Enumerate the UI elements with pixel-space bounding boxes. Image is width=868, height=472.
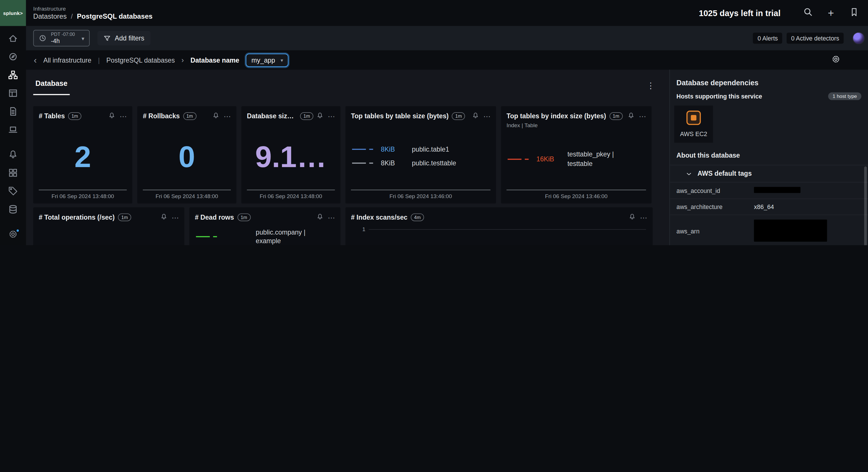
alert-bell-icon[interactable] <box>628 111 634 121</box>
alert-bell-icon[interactable] <box>108 111 115 121</box>
tag-key: aws_architecture <box>677 204 754 210</box>
add-filters-button[interactable]: Add filters <box>98 31 151 45</box>
chevron-right-icon: › <box>181 56 184 64</box>
cards-grid: # Tables1m ⋯ 2 Fri 06 Sep 2024 13:48:00 … <box>33 106 670 245</box>
sidebar-item-storage[interactable] <box>4 201 22 220</box>
postgres-databases-link[interactable]: PostgreSQL databases <box>106 56 175 64</box>
breadcrumb-section[interactable]: Datastores <box>33 13 67 21</box>
card-title: Top tables by index size (bytes) <box>506 112 606 120</box>
sidebar-item-explore[interactable] <box>4 48 22 67</box>
card-menu-button[interactable]: ⋯ <box>328 213 335 222</box>
topbar: Infrastructure Datastores / PostgreSQL d… <box>26 0 868 26</box>
page-title: PostgreSQL databases <box>77 13 153 21</box>
sidebar-item-logs[interactable] <box>4 103 22 122</box>
legend-row[interactable]: 8KiB public.table1 <box>352 145 490 154</box>
card-menu-button[interactable]: ⋯ <box>120 112 127 120</box>
back-button[interactable]: ‹ <box>34 56 36 65</box>
legend-value: 16KiB <box>536 155 561 163</box>
dashboard-more-button[interactable]: ⋮ <box>647 81 655 91</box>
sidebar-item-infrastructure[interactable] <box>4 67 22 85</box>
timezone-label: PDT -07:00 <box>51 32 75 37</box>
assistant-avatar-button[interactable] <box>852 32 865 44</box>
card-menu-button[interactable]: ⋯ <box>224 112 231 120</box>
dashboard-settings-button[interactable] <box>832 55 840 66</box>
alert-bell-icon[interactable] <box>161 212 167 223</box>
left-sidebar: splunk> » <box>0 0 26 245</box>
card-menu-button[interactable]: ⋯ <box>639 112 646 120</box>
legend-row[interactable]: 16KiB testtable_pkey | testtable <box>507 150 645 168</box>
redacted-value <box>754 220 827 242</box>
tag-row: aws_account_id <box>670 182 868 199</box>
resolution-badge: 1m <box>68 112 81 120</box>
alerts-count-badge[interactable]: 0 Alerts <box>753 33 782 44</box>
splunk-logo[interactable]: splunk> <box>0 0 26 26</box>
sidebar-item-dashboards[interactable] <box>4 85 22 104</box>
explore-icon <box>8 52 18 63</box>
sidebar-item-home[interactable] <box>4 30 22 49</box>
tag-key: aws_arn <box>677 228 754 235</box>
time-range-picker[interactable]: PDT -07:00 -4h ▾ <box>33 30 90 47</box>
search-button[interactable] <box>803 8 813 18</box>
laptop-icon <box>8 125 18 136</box>
gear-icon <box>832 56 840 65</box>
dependencies-panel: Database dependencies Hosts supporting t… <box>670 70 868 245</box>
tab-database[interactable]: Database <box>33 79 70 95</box>
card-timestamp: Fri 06 Sep 2024 13:46:00 <box>351 190 490 204</box>
legend-name: public.company | example <box>256 228 321 245</box>
database-name-select[interactable]: my_app ▾ <box>246 54 289 67</box>
alert-bell-icon[interactable] <box>213 111 219 121</box>
alert-bell-icon[interactable] <box>317 111 323 121</box>
entity-navbar: ‹ All infrastructure | PostgreSQL databa… <box>26 50 868 69</box>
card-menu-button[interactable]: ⋯ <box>172 213 179 222</box>
resolution-badge: 1m <box>452 112 465 120</box>
clock-icon <box>39 34 46 42</box>
legend-row[interactable]: 8KiB public.testtable <box>352 159 490 168</box>
alert-bell-icon[interactable] <box>472 111 479 121</box>
all-infrastructure-link[interactable]: All infrastructure <box>43 56 91 64</box>
bell-icon <box>8 150 18 161</box>
panel-scrollbar[interactable] <box>864 167 867 245</box>
host-tile-aws-ec2[interactable]: AWS EC2 <box>674 106 713 143</box>
metric-value: 9.1… <box>255 141 327 171</box>
breadcrumb-separator: / <box>71 13 73 21</box>
y-tick-label: 1 <box>348 226 366 232</box>
sidebar-item-apps[interactable] <box>4 165 22 183</box>
card-database-size: Database size (b…1m ⋯ 9.1… Fri 06 Sep 20… <box>242 106 341 204</box>
create-button[interactable]: + <box>826 8 836 18</box>
sidebar-item-tags[interactable] <box>4 183 22 202</box>
series-line-sample <box>507 159 530 160</box>
active-detectors-badge[interactable]: 0 Active detectors <box>787 33 843 44</box>
card-tables: # Tables1m ⋯ 2 Fri 06 Sep 2024 13:48:00 <box>33 106 132 204</box>
legend-row[interactable]: public.company | example <box>196 228 334 245</box>
aws-default-tags-toggle[interactable]: AWS default tags <box>670 165 868 182</box>
legend-name: public.table1 <box>412 145 477 154</box>
metric-value: 2 <box>74 141 91 171</box>
caret-down-icon: ▾ <box>281 57 283 63</box>
tag-value <box>754 220 861 243</box>
legend-value: 8KiB <box>381 159 405 167</box>
card-menu-button[interactable]: ⋯ <box>328 112 335 120</box>
time-range-value: -4h <box>51 37 75 44</box>
card-top-tables-by-table-size: Top tables by table size (bytes)1m ⋯ 8Ki… <box>345 106 496 204</box>
index-scans-chart[interactable]: 10.500010:0010:3011:0011:3012:0012:3013:… <box>348 225 651 245</box>
nav-divider: | <box>98 56 100 64</box>
sidebar-item-alerts[interactable] <box>4 146 22 165</box>
bookmarks-button[interactable] <box>849 8 859 18</box>
tag-row: aws_arn <box>670 215 868 245</box>
alert-bell-icon[interactable] <box>317 212 323 223</box>
logs-icon <box>8 107 18 118</box>
sidebar-item-settings[interactable] <box>4 226 22 245</box>
card-index-scans: # Index scans/sec4m ⋯ 10.500010:0010:301… <box>345 207 653 245</box>
sidebar-item-devices[interactable] <box>4 122 22 140</box>
resolution-badge: 1m <box>300 112 313 120</box>
resolution-badge: 1m <box>609 112 623 120</box>
card-menu-button[interactable]: ⋯ <box>640 213 647 222</box>
series-line-sample <box>352 149 374 150</box>
card-timestamp: Fri 06 Sep 2024 13:48:00 <box>143 190 231 204</box>
chevron-left-icon: ‹ <box>34 55 36 65</box>
alert-bell-icon[interactable] <box>629 212 636 223</box>
filter-toolbar: PDT -07:00 -4h ▾ Add filters 0 Alerts 0 … <box>26 26 868 50</box>
card-menu-button[interactable]: ⋯ <box>483 112 490 120</box>
card-timestamp: Fri 06 Sep 2024 13:48:00 <box>39 190 127 204</box>
tab-bar: Database ⋮ <box>33 70 670 95</box>
